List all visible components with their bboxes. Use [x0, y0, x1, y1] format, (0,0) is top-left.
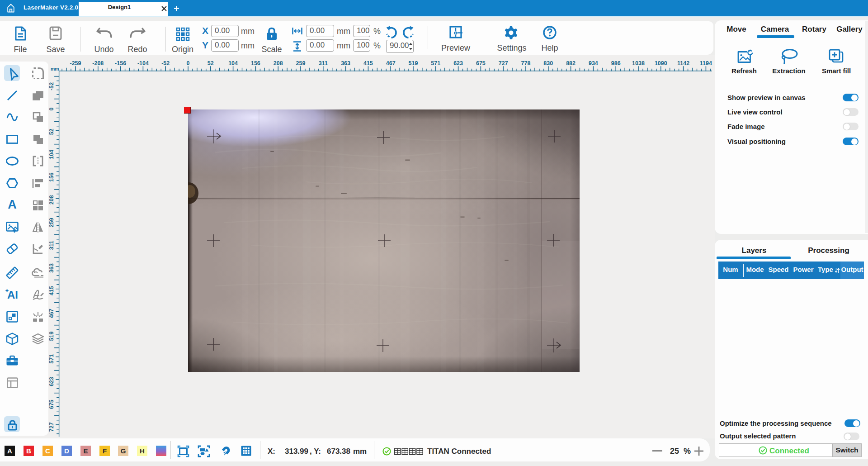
svg-text:52: 52 [48, 128, 55, 135]
svg-text:311: 311 [319, 60, 328, 67]
svg-text:-52: -52 [48, 82, 55, 90]
svg-text:259: 259 [296, 60, 306, 67]
svg-text:259: 259 [48, 218, 55, 228]
svg-text:623: 623 [453, 60, 463, 67]
svg-text:467: 467 [48, 309, 55, 318]
svg-text:675: 675 [476, 60, 486, 67]
svg-text:208: 208 [48, 195, 55, 204]
svg-text:208: 208 [274, 60, 283, 67]
svg-text:882: 882 [566, 60, 576, 67]
svg-text:363: 363 [341, 60, 350, 67]
svg-text:986: 986 [611, 60, 621, 67]
svg-text:934: 934 [589, 60, 598, 67]
svg-text:778: 778 [521, 60, 531, 67]
svg-text:1194: 1194 [700, 60, 712, 67]
svg-text:830: 830 [543, 60, 553, 67]
svg-text:156: 156 [48, 172, 55, 182]
svg-text:415: 415 [363, 60, 373, 67]
svg-text:623: 623 [48, 377, 55, 386]
svg-text:727: 727 [499, 60, 508, 67]
svg-text:571: 571 [431, 60, 440, 67]
svg-text:519: 519 [409, 60, 418, 67]
svg-text:-104: -104 [137, 60, 149, 67]
svg-text:467: 467 [386, 60, 396, 67]
svg-text:311: 311 [48, 241, 55, 250]
svg-text:1090: 1090 [655, 60, 667, 67]
svg-text:52: 52 [208, 60, 214, 67]
svg-text:0: 0 [187, 60, 190, 67]
svg-text:104: 104 [228, 60, 238, 67]
svg-text:727: 727 [48, 422, 55, 432]
svg-text:571: 571 [48, 354, 55, 364]
svg-text:0: 0 [48, 107, 55, 110]
svg-text:-52: -52 [161, 60, 170, 67]
svg-text:675: 675 [48, 399, 55, 409]
svg-text:1038: 1038 [632, 60, 645, 67]
svg-text:-208: -208 [92, 60, 104, 67]
svg-text:415: 415 [48, 286, 55, 295]
svg-text:104: 104 [48, 150, 55, 159]
svg-text:156: 156 [251, 60, 260, 67]
svg-text:363: 363 [48, 263, 55, 273]
svg-text:1142: 1142 [677, 60, 689, 67]
svg-text:-156: -156 [115, 60, 126, 67]
svg-text:-259: -259 [70, 60, 81, 67]
svg-text:519: 519 [48, 332, 55, 341]
